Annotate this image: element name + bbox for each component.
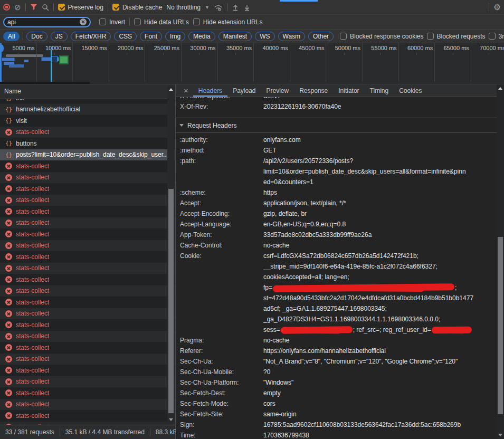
hide-extension-urls-checkbox[interactable]: Hide extension URLs — [193, 18, 263, 26]
request-row-stats-collect[interactable]: stats-collect — [0, 195, 175, 206]
header-value-line: GET — [263, 145, 497, 156]
request-row-stats-collect[interactable]: stats-collect — [0, 127, 175, 138]
tab-payload[interactable]: Payload — [227, 84, 261, 97]
throttling-select[interactable]: No throttling ▼ — [166, 4, 210, 11]
request-row-stats-collect[interactable]: stats-collect — [0, 387, 175, 399]
overview-ruler[interactable]: 5000 ms10000 ms15000 ms20000 ms25000 ms3… — [0, 43, 504, 84]
request-row-stats-collect[interactable]: stats-collect — [0, 422, 175, 425]
request-row-visit[interactable]: {}visit — [0, 115, 175, 127]
settings-gear-icon[interactable]: ⚙ — [493, 3, 501, 12]
type-filter-manifest[interactable]: Manifest — [218, 32, 252, 41]
type-filter-ws[interactable]: WS — [255, 32, 274, 41]
request-row-init[interactable]: {}init — [0, 99, 175, 104]
request-name: stats-collect — [16, 276, 49, 283]
request-row-stats-collect[interactable]: stats-collect — [0, 376, 175, 388]
import-har-icon[interactable] — [232, 4, 239, 11]
filter-icon[interactable] — [30, 4, 37, 11]
redaction-scribble — [281, 327, 353, 334]
close-details-icon[interactable]: × — [179, 84, 193, 97]
header-value-line: /api2/v2/users/20572336/posts? — [263, 156, 497, 166]
request-header-row: Accept-Language:en-GB,en-US;q=0.9,en;q=0… — [176, 219, 497, 230]
redaction-scribble — [432, 327, 472, 334]
request-row-stats-collect[interactable]: stats-collect — [0, 217, 175, 229]
request-name: stats-collect — [16, 219, 49, 226]
preserve-log-checkbox[interactable]: Preserve log — [58, 4, 103, 11]
request-row-hannahelizabethofficial[interactable]: {}hannahelizabethofficial — [0, 104, 175, 116]
request-row-stats-collect[interactable]: stats-collect — [0, 160, 175, 172]
scrollbar-thumb[interactable] — [498, 237, 503, 414]
export-har-icon[interactable] — [243, 4, 251, 11]
name-column-header[interactable]: Name — [0, 84, 175, 99]
tab-cookies[interactable]: Cookies — [394, 84, 427, 97]
tab-initiator[interactable]: Initiator — [333, 84, 364, 97]
header-name: Sec-Ch-Ua-Mobile: — [180, 367, 263, 377]
request-row-posts-limit-10-order-publish-date-desc-s[interactable]: {}posts?limit=10&order=publish_date_desc… — [0, 149, 175, 161]
overview-activity-bar — [24, 60, 28, 62]
scroll-down-arrow-icon[interactable] — [498, 434, 502, 436]
filter-input[interactable] — [7, 18, 78, 26]
request-name: stats-collect — [16, 344, 49, 351]
scroll-down-arrow-icon[interactable] — [169, 418, 173, 421]
request-header-row: Accept:application/json, text/plain, */* — [176, 198, 497, 208]
request-row-stats-collect[interactable]: stats-collect — [0, 297, 175, 308]
request-row-stats-collect[interactable]: stats-collect — [0, 228, 175, 240]
network-conditions-icon[interactable] — [214, 4, 223, 11]
header-value-line: 16785:5aad9602cf110608b03133de563642fac1… — [263, 419, 497, 430]
type-filter-js[interactable]: JS — [51, 32, 68, 41]
scrollbar-thumb[interactable] — [168, 189, 174, 413]
request-headers-section-toggle[interactable]: Request Headers — [176, 118, 497, 132]
type-filter-img[interactable]: Img — [165, 32, 185, 41]
type-filter-css[interactable]: CSS — [114, 32, 137, 41]
request-row-stats-collect[interactable]: stats-collect — [0, 206, 175, 217]
request-row-stats-collect[interactable]: stats-collect — [0, 285, 175, 297]
request-row-stats-collect[interactable]: stats-collect — [0, 354, 175, 365]
request-row-stats-collect[interactable]: stats-collect — [0, 331, 175, 342]
type-filter-font[interactable]: Font — [140, 32, 162, 41]
overview-scroll-indicator[interactable] — [0, 82, 90, 84]
scroll-up-arrow-icon[interactable] — [169, 88, 173, 91]
hide-data-urls-checkbox[interactable]: Hide data URLs — [134, 18, 189, 26]
tab-preview[interactable]: Preview — [261, 84, 294, 97]
request-row-stats-collect[interactable]: stats-collect — [0, 399, 175, 411]
filter-checkbox-blocked-response-cookies[interactable]: Blocked response cookies — [340, 33, 423, 40]
type-filter-other[interactable]: Other — [308, 32, 334, 41]
tab-response[interactable]: Response — [294, 84, 333, 97]
request-row-stats-collect[interactable]: stats-collect — [0, 342, 175, 354]
type-filter-wasm[interactable]: Wasm — [278, 32, 306, 41]
request-header-row: :scheme:https — [176, 187, 497, 198]
request-row-stats-collect[interactable]: stats-collect — [0, 172, 175, 184]
scroll-up-arrow-icon[interactable] — [498, 87, 502, 90]
filter-checkbox-3rd-party-requests[interactable]: 3rd-party requests — [489, 33, 504, 40]
request-row-stats-collect[interactable]: stats-collect — [0, 410, 175, 422]
error-icon — [5, 242, 12, 249]
request-row-stats-collect[interactable]: stats-collect — [0, 183, 175, 195]
clear-icon[interactable]: ⊘ — [14, 3, 21, 11]
detail-scrollbar[interactable] — [497, 84, 504, 439]
type-filter-all[interactable]: All — [3, 32, 20, 41]
clear-filter-icon[interactable]: ✕ — [80, 18, 87, 25]
filter-input-wrapper: ✕ — [3, 17, 91, 27]
header-name: :method: — [180, 145, 263, 156]
request-row-stats-collect[interactable]: stats-collect — [0, 251, 175, 263]
disable-cache-checkbox[interactable]: Disable cache — [112, 4, 162, 11]
request-row-stats-collect[interactable]: stats-collect — [0, 365, 175, 376]
tab-timing[interactable]: Timing — [365, 84, 394, 97]
request-row-buttons[interactable]: {}buttons — [0, 138, 175, 149]
type-filter-doc[interactable]: Doc — [26, 32, 47, 41]
search-icon[interactable] — [42, 4, 49, 11]
header-value-line: 33d57ade8c02dbc5a333db99ff9ae26a — [263, 230, 497, 240]
type-filter-media[interactable]: Media — [188, 32, 215, 41]
record-button[interactable] — [3, 4, 10, 11]
filter-checkbox-blocked-requests[interactable]: Blocked requests — [427, 33, 486, 40]
request-row-stats-collect[interactable]: stats-collect — [0, 240, 175, 252]
request-row-stats-collect[interactable]: stats-collect — [0, 263, 175, 274]
request-row-stats-collect[interactable]: stats-collect — [0, 319, 175, 331]
invert-checkbox[interactable]: Invert — [99, 18, 125, 26]
header-value: onlyfans.com — [263, 135, 497, 145]
request-list-scrollbar[interactable] — [167, 85, 175, 424]
request-row-stats-collect[interactable]: stats-collect — [0, 308, 175, 320]
type-filter-fetch-xhr[interactable]: Fetch/XHR — [71, 32, 111, 41]
tab-headers[interactable]: Headers — [193, 84, 227, 97]
header-value: same-origin — [263, 409, 497, 419]
request-row-stats-collect[interactable]: stats-collect — [0, 274, 175, 285]
